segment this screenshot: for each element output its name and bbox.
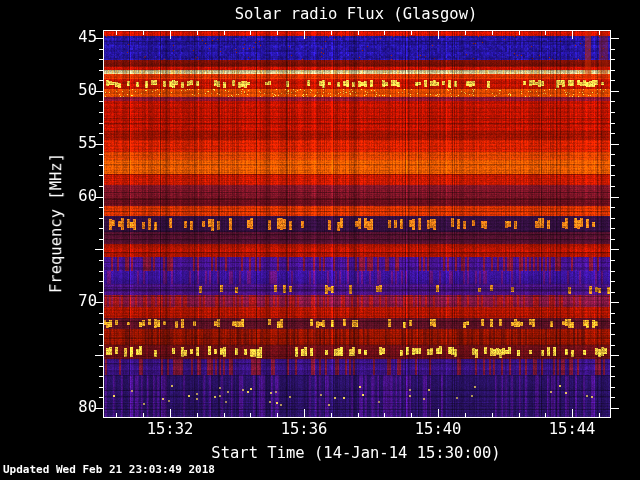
x-tick-label: 15:44 xyxy=(549,422,596,438)
x-axis-title: Start Time (14-Jan-14 15:30:00) xyxy=(211,446,500,462)
y-tick-label: 60 xyxy=(78,189,97,205)
x-tick-label: 15:36 xyxy=(281,422,328,438)
spectrogram-window: Solar radio Flux (Glasgow) Frequency [MH… xyxy=(0,0,640,480)
chart-title: Solar radio Flux (Glasgow) xyxy=(235,7,478,23)
x-tick-label: 15:40 xyxy=(415,422,462,438)
y-tick-label: 55 xyxy=(78,136,97,152)
y-tick-label: 50 xyxy=(78,83,97,99)
y-tick-label: 80 xyxy=(78,400,97,416)
y-tick-label: 45 xyxy=(78,30,97,46)
y-axis-title: Frequency [MHz] xyxy=(49,153,65,293)
x-tick-label: 15:32 xyxy=(147,422,194,438)
y-tick-label: 70 xyxy=(78,295,97,311)
updated-timestamp: Updated Wed Feb 21 23:03:49 2018 xyxy=(3,464,215,475)
